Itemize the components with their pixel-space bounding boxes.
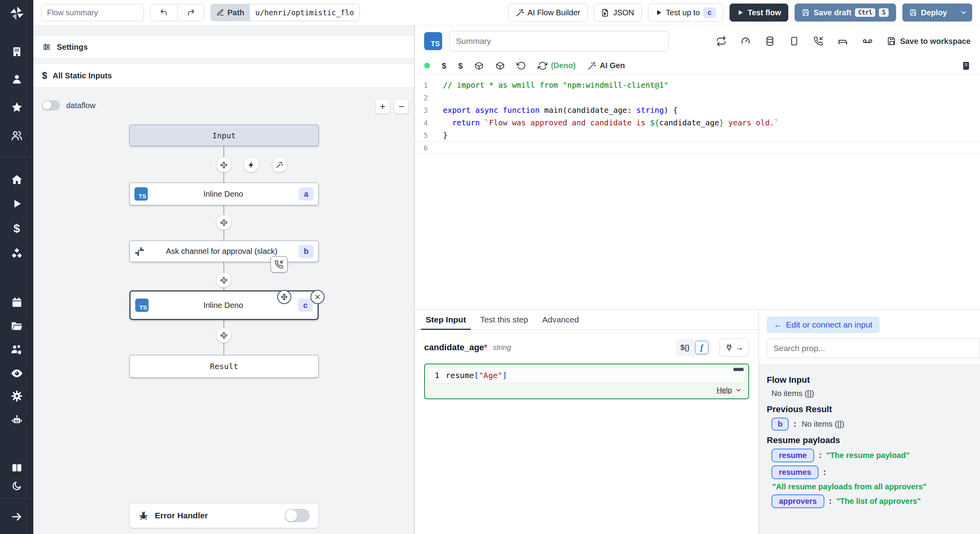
error-handler-row[interactable]: Error Handler: [129, 503, 319, 528]
resources-boxes-icon[interactable]: [11, 248, 23, 260]
workspace-building-icon[interactable]: [11, 46, 23, 58]
retry-button[interactable]: [716, 36, 726, 46]
concurrency-square-button[interactable]: [789, 36, 799, 46]
flow-node-a[interactable]: TS Inline Deno a: [129, 183, 319, 205]
connect-input-button[interactable]: →: [719, 339, 749, 357]
insert-step-button[interactable]: [216, 157, 231, 172]
flow-node-input[interactable]: Input: [129, 125, 319, 146]
ai-suggest-button[interactable]: [272, 157, 287, 172]
bottom-section: Step Input Test this step Advanced candi…: [415, 310, 980, 534]
expression-line[interactable]: 1 resume["Age"]: [428, 367, 745, 384]
all-static-inputs-row[interactable]: $ All Static Inputs: [33, 63, 414, 88]
wand-icon: [516, 9, 524, 17]
flow-node-result[interactable]: Result: [129, 355, 319, 378]
refresh-cw-icon: [538, 61, 547, 71]
cache-database-button[interactable]: [765, 36, 775, 46]
expr-mode-button[interactable]: ${}: [678, 343, 692, 352]
kbd-ctrl: Ctrl: [855, 8, 875, 17]
step-summary-input[interactable]: [449, 31, 669, 51]
insert-step-button[interactable]: [216, 273, 231, 288]
user-icon[interactable]: [11, 73, 23, 85]
tab-step-input[interactable]: Step Input: [419, 310, 473, 329]
plus-icon: [220, 161, 228, 169]
docs-book-icon[interactable]: [11, 462, 23, 474]
test-flow-button[interactable]: Test flow: [730, 4, 788, 22]
delete-node-button[interactable]: [310, 290, 325, 304]
early-stop-gauge-button[interactable]: [740, 36, 751, 46]
expr-scrollbar[interactable]: [733, 368, 744, 371]
reset-button[interactable]: [517, 61, 526, 71]
audit-eye-icon[interactable]: [10, 367, 24, 380]
help-link[interactable]: Help: [717, 386, 732, 395]
contextual-variables-button[interactable]: $: [458, 61, 463, 71]
suspend-phone-button[interactable]: [813, 36, 824, 46]
resource-package-button[interactable]: [474, 61, 484, 71]
test-up-to-button[interactable]: Test up to c: [648, 4, 724, 22]
path-value[interactable]: u/henri/optimistic_flo: [250, 4, 359, 21]
windmill-logo-icon[interactable]: [8, 5, 25, 22]
deploy-button[interactable]: Deploy: [902, 4, 954, 22]
prop-pill-resumes[interactable]: resumes: [771, 465, 818, 479]
save-draft-button[interactable]: Save draft Ctrl S: [795, 4, 896, 22]
workers-users-cog-icon[interactable]: [10, 343, 24, 357]
dark-mode-moon-icon[interactable]: [11, 480, 22, 491]
variables-button[interactable]: $: [442, 61, 446, 71]
folders-folder-icon[interactable]: [11, 320, 23, 333]
mock-voicemail-button[interactable]: [862, 36, 873, 47]
deploy-more-button[interactable]: [954, 4, 972, 22]
favorites-star-icon[interactable]: [11, 101, 23, 114]
chevron-down-icon[interactable]: [735, 387, 742, 394]
input-mode-toggle: ${} f: [676, 339, 711, 356]
runs-play-icon[interactable]: [11, 198, 23, 210]
variables-dollar-icon[interactable]: $: [13, 222, 20, 235]
schedules-calendar-icon[interactable]: [11, 297, 23, 308]
settings-gear-icon[interactable]: [11, 390, 23, 402]
undo-button[interactable]: [151, 4, 177, 21]
path-group[interactable]: Path u/henri/optimistic_flo: [211, 4, 360, 21]
expand-arrow-right-icon[interactable]: [11, 510, 23, 523]
prop-pill-resume[interactable]: resume: [771, 449, 814, 462]
package-button[interactable]: [495, 61, 505, 71]
ai-flow-builder-button[interactable]: AI Flow Builder: [508, 4, 588, 22]
suspend-approval-icon[interactable]: [270, 256, 288, 273]
resumes-row: resumes :: [771, 465, 980, 479]
prop-pill-approvers[interactable]: approvers: [771, 494, 824, 508]
sleep-bed-button[interactable]: [838, 36, 848, 46]
home-icon[interactable]: [11, 174, 23, 186]
bolt-icon: [247, 161, 255, 169]
code-editor[interactable]: 1// import * as wmill from "npm:windmill…: [415, 75, 980, 309]
error-handler-toggle[interactable]: [285, 509, 310, 522]
step-editor-section: TS: [415, 25, 980, 310]
editor-header-icons: Save to workspace: [716, 36, 971, 47]
search-prop-input[interactable]: [767, 339, 980, 358]
field-name: candidate_age: [424, 342, 484, 353]
zoom-in-button[interactable]: +: [376, 100, 390, 114]
flow-summary-input[interactable]: [41, 4, 144, 21]
ai-gen-button[interactable]: AI Gen: [588, 61, 625, 70]
wand-sparkles-icon: [588, 62, 596, 70]
redo-button[interactable]: [177, 4, 204, 21]
trigger-bolt-button[interactable]: [244, 157, 259, 172]
settings-row[interactable]: Settings: [33, 36, 414, 58]
expression-editor[interactable]: 1 resume["Age"] Help: [424, 364, 749, 399]
dataflow-toggle[interactable]: [42, 100, 60, 110]
zoom-out-button[interactable]: −: [394, 100, 408, 114]
json-button[interactable]: JSON: [594, 4, 641, 22]
function-mode-button[interactable]: f: [695, 341, 708, 354]
settings-label: Settings: [57, 43, 88, 52]
dataflow-label: dataflow: [66, 101, 96, 110]
reload-deno-button[interactable]: (Deno): [538, 61, 575, 71]
node-label: Inline Deno: [153, 301, 293, 310]
insert-step-button[interactable]: [216, 328, 231, 343]
move-node-button[interactable]: [277, 290, 291, 304]
flow-node-b[interactable]: Ask channel for approval (slack) b: [129, 241, 319, 262]
ai-robot-icon[interactable]: [10, 414, 24, 427]
insert-step-button[interactable]: [216, 215, 231, 230]
tab-test-this-step[interactable]: Test this step: [473, 310, 535, 329]
prop-pill-b[interactable]: b: [771, 418, 789, 431]
script-library-button[interactable]: [961, 61, 971, 71]
save-to-workspace-button[interactable]: Save to workspace: [887, 36, 971, 46]
tab-advanced[interactable]: Advanced: [535, 310, 586, 329]
edit-or-connect-button[interactable]: ← Edit or connect an input: [767, 317, 880, 333]
groups-users-icon[interactable]: [11, 129, 23, 142]
